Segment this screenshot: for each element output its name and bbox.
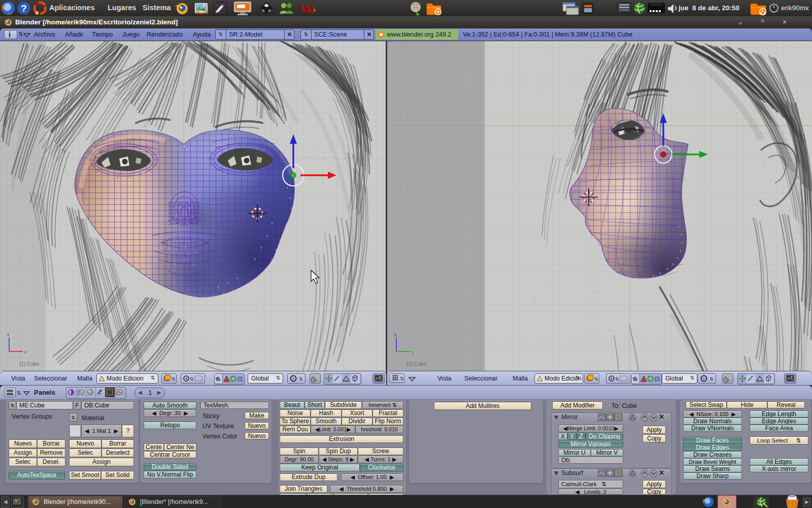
svg-text:⇅: ⇅ bbox=[400, 376, 404, 381]
svg-text:x: x bbox=[24, 350, 27, 355]
svg-text:⇅: ⇅ bbox=[299, 376, 303, 382]
svg-text:⇅: ⇅ bbox=[594, 376, 598, 382]
svg-text:y: y bbox=[412, 350, 414, 355]
svg-text:(1) Cube: (1) Cube bbox=[407, 361, 426, 367]
svg-text:?: ? bbox=[21, 3, 27, 14]
svg-text:⇅: ⇅ bbox=[709, 376, 714, 382]
svg-text:z: z bbox=[7, 332, 10, 337]
svg-text:⇅: ⇅ bbox=[615, 376, 619, 382]
svg-text:(1) Cube: (1) Cube bbox=[19, 361, 39, 367]
svg-text:⇅: ⇅ bbox=[190, 376, 194, 382]
svg-text:⇅: ⇅ bbox=[172, 376, 176, 382]
svg-text:z: z bbox=[394, 332, 397, 337]
